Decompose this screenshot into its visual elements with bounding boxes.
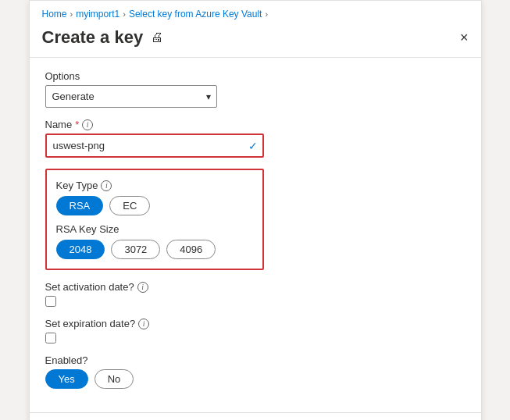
activation-field-group: Set activation date? i bbox=[45, 281, 465, 307]
name-input[interactable] bbox=[45, 133, 264, 158]
expiration-field-group: Set expiration date? i bbox=[45, 318, 465, 343]
name-input-wrapper: ✓ bbox=[45, 133, 264, 158]
rsa-size-3072-button[interactable]: 3072 bbox=[111, 240, 160, 259]
expiration-info-icon[interactable]: i bbox=[138, 319, 149, 329]
breadcrumb-sep-1: › bbox=[70, 9, 73, 19]
key-type-info-icon[interactable]: i bbox=[101, 180, 112, 191]
options-field-group: Options Generate Import Restore from Bac… bbox=[45, 70, 465, 108]
page-title: Create a key bbox=[42, 27, 144, 48]
key-type-label-row: Key Type i bbox=[56, 180, 253, 191]
rsa-key-size-toggle-row: 2048 3072 4096 bbox=[56, 240, 253, 259]
options-label: Options bbox=[45, 70, 465, 82]
panel-header: Create a key 🖨 × bbox=[30, 24, 481, 57]
enabled-field-group: Enabled? Yes No bbox=[45, 354, 465, 389]
options-select-wrapper: Generate Import Restore from Backup bbox=[45, 85, 217, 108]
key-type-box: Key Type i RSA EC RSA Key Size 2048 3072… bbox=[45, 169, 264, 270]
enabled-yes-button[interactable]: Yes bbox=[45, 369, 88, 389]
name-required: * bbox=[75, 119, 79, 130]
name-label: Name bbox=[45, 119, 73, 130]
options-select[interactable]: Generate Import Restore from Backup bbox=[45, 85, 217, 108]
rsa-key-size-label: RSA Key Size bbox=[56, 223, 119, 235]
activation-checkbox-row bbox=[45, 296, 465, 307]
form-content: Options Generate Import Restore from Bac… bbox=[30, 58, 481, 412]
key-type-field-group: Key Type i RSA EC RSA Key Size 2048 3072… bbox=[45, 169, 465, 270]
activation-info-icon[interactable]: i bbox=[137, 282, 148, 293]
breadcrumb-select-key[interactable]: Select key from Azure Key Vault bbox=[129, 9, 262, 20]
enabled-no-button[interactable]: No bbox=[95, 369, 134, 389]
expiration-label-row: Set expiration date? i bbox=[45, 318, 465, 329]
breadcrumb-myimport[interactable]: myimport1 bbox=[76, 9, 119, 20]
activation-label-row: Set activation date? i bbox=[45, 281, 465, 293]
activation-label: Set activation date? bbox=[45, 281, 134, 293]
expiration-checkbox[interactable] bbox=[45, 333, 56, 343]
breadcrumb-sep-3: › bbox=[265, 9, 268, 19]
close-icon[interactable]: × bbox=[460, 30, 469, 46]
rsa-size-2048-button[interactable]: 2048 bbox=[56, 240, 105, 259]
key-type-toggle-row: RSA EC bbox=[56, 196, 253, 215]
name-check-icon: ✓ bbox=[248, 140, 258, 152]
panel-footer: Create bbox=[30, 412, 481, 420]
breadcrumb: Home › myimport1 › Select key from Azure… bbox=[30, 1, 481, 24]
key-type-ec-button[interactable]: EC bbox=[109, 196, 150, 215]
name-info-icon[interactable]: i bbox=[82, 119, 93, 130]
rsa-size-4096-button[interactable]: 4096 bbox=[166, 240, 216, 259]
breadcrumb-sep-2: › bbox=[123, 9, 126, 19]
name-label-row: Name * i bbox=[45, 119, 465, 130]
expiration-checkbox-row bbox=[45, 333, 465, 343]
enabled-toggle-row: Yes No bbox=[45, 369, 465, 389]
enabled-label-row: Enabled? bbox=[45, 354, 465, 366]
header-left: Create a key 🖨 bbox=[42, 27, 164, 48]
create-key-panel: Home › myimport1 › Select key from Azure… bbox=[29, 0, 482, 420]
breadcrumb-home[interactable]: Home bbox=[42, 9, 67, 20]
key-type-rsa-button[interactable]: RSA bbox=[56, 196, 104, 215]
expiration-label: Set expiration date? bbox=[45, 318, 136, 329]
name-field-group: Name * i ✓ bbox=[45, 119, 465, 158]
print-icon[interactable]: 🖨 bbox=[151, 30, 163, 44]
key-type-label: Key Type bbox=[56, 180, 98, 191]
enabled-label: Enabled? bbox=[45, 354, 88, 366]
activation-checkbox[interactable] bbox=[45, 296, 56, 307]
rsa-key-size-label-row: RSA Key Size bbox=[56, 223, 253, 235]
